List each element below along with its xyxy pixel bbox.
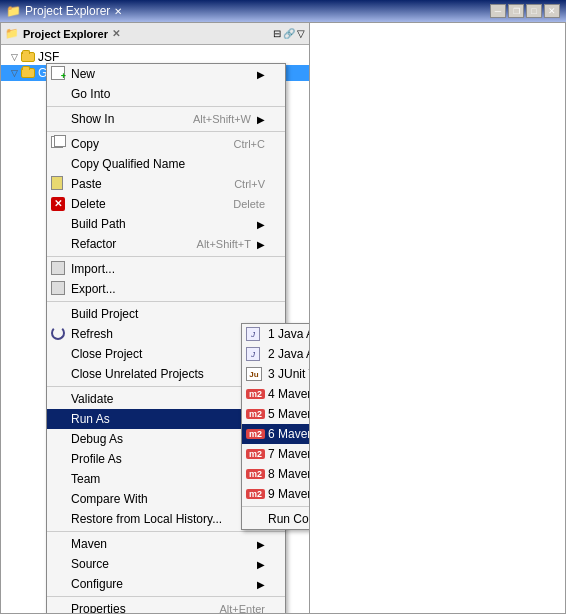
menu-item-copy-label: Copy	[71, 137, 99, 151]
submenu-item-runconfigs-left: Run Configurations...	[268, 512, 310, 526]
submenu-label-mavengensources: 7 Maven generate-sources	[268, 447, 310, 461]
minimize-button[interactable]: ─	[490, 4, 506, 18]
separator-3	[47, 256, 285, 257]
expand-icon-g: ▽	[9, 68, 19, 78]
menu-item-buildproject[interactable]: Build Project	[47, 304, 285, 324]
restore-button[interactable]: ❐	[508, 4, 524, 18]
java-app-icon: J	[246, 346, 262, 362]
menu-item-team-label: Team	[71, 472, 100, 486]
submenu-item-mavenbuild2[interactable]: m2 5 Maven build...	[242, 404, 310, 424]
menu-item-profileas-label: Profile As	[71, 452, 122, 466]
menu-item-buildpath-label: Build Path	[71, 217, 126, 231]
configure-arrow: ▶	[257, 579, 265, 590]
m2-build-icon: m2	[246, 386, 262, 402]
menu-item-gointo-label: Go Into	[71, 87, 110, 101]
buildpath-arrow: ▶	[257, 219, 265, 230]
menu-item-maven[interactable]: Maven ▶	[47, 534, 285, 554]
submenu-label-mavenclean: 6 Maven clean	[268, 427, 310, 441]
menu-item-refresh-label: Refresh	[71, 327, 113, 341]
menu-item-new-label: New	[71, 67, 95, 81]
menu-item-refactor-label: Refactor	[71, 237, 116, 251]
separator-2	[47, 131, 285, 132]
junit-icon: Ju	[246, 366, 262, 382]
submenu-item-mavenbuild2-left: 5 Maven build...	[268, 407, 310, 421]
submenu-item-javaapp-left: 2 Java Application	[268, 347, 310, 361]
panel-header: 📁 Project Explorer ✕ ⊟ 🔗 ▽	[1, 23, 309, 45]
submenu-label-runconfigs: Run Configurations...	[268, 512, 310, 526]
submenu-item-mavenbuild[interactable]: m2 4 Maven build Alt+Shift+X, M	[242, 384, 310, 404]
link-icon[interactable]: 🔗	[283, 28, 295, 39]
menu-item-paste[interactable]: Paste Ctrl+V	[47, 174, 285, 194]
menu-item-configure[interactable]: Configure ▶	[47, 574, 285, 594]
submenu-item-junit[interactable]: Ju 3 JUnit Test Alt+Shift+X, T	[242, 364, 310, 384]
menu-item-copy-qualified[interactable]: Copy Qualified Name	[47, 154, 285, 174]
menu-item-showin[interactable]: Show In Alt+Shift+W ▶	[47, 109, 285, 129]
copy-shortcut: Ctrl+C	[234, 138, 265, 150]
menu-item-gointo[interactable]: Go Into	[47, 84, 285, 104]
menu-item-export[interactable]: Export...	[47, 279, 285, 299]
menu-item-delete[interactable]: ✕ Delete Delete	[47, 194, 285, 214]
submenu-label-javaapp: 2 Java Application	[268, 347, 310, 361]
refactor-shortcut: Alt+Shift+T	[197, 238, 251, 250]
menu-item-buildpath[interactable]: Build Path ▶	[47, 214, 285, 234]
submenu-label-maventest: 9 Maven test	[268, 487, 310, 501]
menu-item-buildproject-label: Build Project	[71, 307, 138, 321]
refactor-arrow: ▶	[257, 239, 265, 250]
menu-item-refactor[interactable]: Refactor Alt+Shift+T ▶	[47, 234, 285, 254]
submenu-item-mavengensources-left: 7 Maven generate-sources	[268, 447, 310, 461]
window-icon: 📁	[6, 4, 21, 18]
separator-6	[47, 531, 285, 532]
submenu-item-mavenclean[interactable]: m2 6 Maven clean	[242, 424, 310, 444]
menu-item-restorelocal-label: Restore from Local History...	[71, 512, 222, 526]
panel-title-area: 📁 Project Explorer ✕	[5, 27, 120, 40]
menu-item-properties[interactable]: Properties Alt+Enter	[47, 599, 285, 614]
submenu-item-maveninstall-left: 8 Maven install	[268, 467, 310, 481]
paste-shortcut: Ctrl+V	[234, 178, 265, 190]
expand-icon-jsf: ▽	[9, 52, 19, 62]
m2-install-icon: m2	[246, 466, 262, 482]
m2-test-icon: m2	[246, 486, 262, 502]
properties-shortcut: Alt+Enter	[219, 603, 265, 614]
close-button[interactable]: ✕	[544, 4, 560, 18]
separator-7	[47, 596, 285, 597]
menu-item-configure-label: Configure	[71, 577, 123, 591]
submenu-label-mavenbuild2: 5 Maven build...	[268, 407, 310, 421]
separator-1	[47, 106, 285, 107]
submenu-label-junit: 3 JUnit Test	[268, 367, 310, 381]
submenu-item-runconfigs[interactable]: Run Configurations...	[242, 509, 310, 529]
submenu-label-javaapplet: 1 Java Applet	[268, 327, 310, 341]
menu-item-new[interactable]: New ▶	[47, 64, 285, 84]
menu-item-closeunrelated-label: Close Unrelated Projects	[71, 367, 204, 381]
panel-menu-icon[interactable]: ▽	[297, 28, 305, 39]
export-icon	[51, 281, 67, 297]
menu-item-paste-label: Paste	[71, 177, 102, 191]
menu-item-copy[interactable]: Copy Ctrl+C	[47, 134, 285, 154]
panel-title-text: Project Explorer	[23, 28, 108, 40]
submenu-label-mavenbuild: 4 Maven build	[268, 387, 310, 401]
menu-item-copyq-label: Copy Qualified Name	[71, 157, 185, 171]
collapse-all-icon[interactable]: ⊟	[273, 28, 281, 39]
menu-item-import[interactable]: Import...	[47, 259, 285, 279]
submenu-item-mavengensources[interactable]: m2 7 Maven generate-sources	[242, 444, 310, 464]
menu-item-source[interactable]: Source ▶	[47, 554, 285, 574]
delete-icon: ✕	[51, 196, 67, 212]
maximize-button[interactable]: □	[526, 4, 542, 18]
submenu-item-javaapp[interactable]: J 2 Java Application Alt+Shift+X, J	[242, 344, 310, 364]
submenu-item-maventest-left: 9 Maven test	[268, 487, 310, 501]
menu-item-maven-label: Maven	[71, 537, 107, 551]
java-applet-icon: J	[246, 326, 262, 342]
submenu-item-maventest[interactable]: m2 9 Maven test	[242, 484, 310, 504]
submenu-item-maveninstall[interactable]: m2 8 Maven install	[242, 464, 310, 484]
submenu-item-javaapplet[interactable]: J 1 Java Applet Alt+Shift+X, A	[242, 324, 310, 344]
close-tab-icon[interactable]: ✕	[114, 6, 122, 17]
submenu-separator-1	[242, 506, 310, 507]
menu-item-source-label: Source	[71, 557, 109, 571]
m2-build2-icon: m2	[246, 406, 262, 422]
panel-close-icon[interactable]: ✕	[112, 28, 120, 39]
submenu-item-javaapplet-left: 1 Java Applet	[268, 327, 310, 341]
project-explorer-panel: 📁 Project Explorer ✕ ⊟ 🔗 ▽ ▽ JSF ▽ G...	[0, 22, 310, 614]
m2-clean-icon: m2	[246, 426, 262, 442]
submenu-item-mavenbuild-left: 4 Maven build	[268, 387, 310, 401]
showin-shortcut: Alt+Shift+W	[193, 113, 251, 125]
title-bar: 📁 Project Explorer ✕ ─ ❐ □ ✕	[0, 0, 566, 22]
